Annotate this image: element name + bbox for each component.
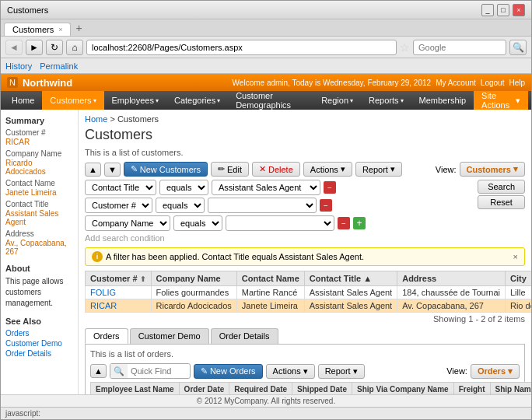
sidebar-link-order-details[interactable]: Order Details (5, 349, 73, 358)
filter-value-3[interactable] (226, 215, 334, 231)
logout-link[interactable]: Logout (481, 79, 505, 87)
filter-remove-3[interactable]: − (338, 217, 350, 229)
cell-address: Av. Copacabana, 267 (397, 299, 506, 313)
sidebar-about: About This page allows customers managem… (5, 264, 73, 309)
col-city[interactable]: City (505, 271, 531, 286)
minimize-button[interactable]: _ (481, 4, 494, 16)
sidebar-value-company[interactable]: Ricardo Adocicados (5, 159, 73, 176)
sidebar-value-title[interactable]: Assistant Sales Agent (5, 209, 73, 226)
nav-employees[interactable]: Employees ▾ (104, 91, 166, 110)
col-order-date[interactable]: Order Date (179, 383, 229, 395)
forward-button[interactable]: ► (26, 40, 43, 55)
sidebar-label-contact: Contact Name (5, 179, 73, 187)
permalink-link[interactable]: Permalink (40, 61, 78, 71)
reset-button[interactable]: Reset (478, 195, 525, 209)
orders-actions-button[interactable]: Actions ▾ (266, 364, 315, 379)
filter-operator-1[interactable]: equals (159, 180, 208, 195)
site-actions-button[interactable]: Site Actions ▾ (474, 91, 528, 110)
tab-close-icon[interactable]: × (58, 26, 62, 33)
col-freight[interactable]: Freight (453, 383, 490, 395)
add-condition-link[interactable]: Add search condition (85, 233, 474, 243)
nav-customers[interactable]: Customers ▾ (42, 91, 103, 110)
browser-search-input[interactable] (413, 40, 506, 55)
col-ship-name[interactable]: Ship Name (490, 383, 531, 395)
breadcrumb: Home > Customers (85, 114, 525, 124)
new-orders-button[interactable]: ✎ New Orders (194, 364, 263, 379)
filter-field-2[interactable]: Customer # (85, 198, 152, 213)
nav-categories[interactable]: Categories ▾ (166, 91, 228, 110)
col-ship-via[interactable]: Ship Via Company Name (352, 383, 454, 395)
customers-toolbar: ▲ ▼ ✎ New Customers ✏ Edit ✕ Delete (85, 162, 525, 177)
sort-down-button[interactable]: ▼ (104, 163, 121, 177)
nav-home[interactable]: Home (4, 91, 42, 110)
filter-value-1[interactable]: Assistant Sales Agent (212, 180, 320, 195)
col-customer-id[interactable]: Customer # ⬆ (86, 271, 152, 286)
tab-orders[interactable]: Orders (85, 328, 128, 344)
orders-report-label: Report (325, 366, 351, 376)
customer-id-link[interactable]: RICAR (90, 301, 117, 310)
filter-remove-2[interactable]: − (320, 199, 332, 212)
orders-sort-up[interactable]: ▲ (90, 364, 107, 378)
orders-report-button[interactable]: Report ▾ (318, 364, 365, 379)
edit-button[interactable]: ✏ Edit (211, 162, 249, 177)
active-tab[interactable]: Customers × (4, 23, 71, 36)
actions-button[interactable]: Actions ▾ (303, 162, 352, 177)
bookmark-icon[interactable]: ☆ (400, 41, 410, 54)
tab-order-details[interactable]: Order Details (211, 328, 278, 344)
col-company[interactable]: Company Name (151, 271, 236, 286)
new-customers-button[interactable]: ✎ New Customers (124, 162, 208, 177)
customer-id-link[interactable]: FOLIG (90, 288, 116, 297)
history-link[interactable]: History (5, 61, 32, 71)
col-contact[interactable]: Contact Name (236, 271, 304, 286)
col-shipped-date[interactable]: Shipped Date (292, 383, 352, 395)
filter-add-button[interactable]: + (353, 217, 366, 229)
help-link[interactable]: Help (509, 79, 525, 87)
col-title[interactable]: Contact Title ▲ (304, 271, 397, 286)
nav-reports[interactable]: Reports ▾ (361, 91, 411, 110)
sidebar-value-address[interactable]: Av., Copacabana, 267 (5, 239, 73, 256)
nav-customer-demographics[interactable]: Customer Demographics (228, 91, 313, 110)
nav-employees-label: Employees (112, 96, 154, 105)
filter-notice-message: A filter has been applied. Contact Title… (106, 252, 364, 261)
filter-field-1[interactable]: Contact Title (85, 180, 156, 195)
nav-region[interactable]: Region ▾ (313, 91, 361, 110)
col-required-date[interactable]: Required Date (229, 383, 292, 395)
quick-find-input[interactable] (128, 366, 190, 376)
back-button[interactable]: ◄ (5, 40, 23, 55)
sidebar-link-customer-demo[interactable]: Customer Demo (5, 339, 73, 348)
nav-membership[interactable]: Membership (411, 91, 474, 110)
home-button[interactable]: ⌂ (66, 40, 83, 55)
filter-operator-3[interactable]: equals (173, 215, 222, 231)
nav-reports-label: Reports (369, 96, 399, 105)
address-bar[interactable] (86, 40, 397, 55)
sidebar-value-contact[interactable]: Janete Limeira (5, 188, 73, 197)
about-text: This page allows customers management. (5, 276, 73, 309)
filter-operator-2[interactable]: equals (156, 198, 205, 213)
filter-notice-close[interactable]: × (513, 252, 518, 261)
tab-customer-demo[interactable]: Customer Demo (130, 328, 209, 344)
filter-notice: i A filter has been applied. Contact Tit… (85, 247, 525, 266)
search-button[interactable]: Search (478, 180, 525, 194)
reload-button[interactable]: ↻ (46, 40, 63, 55)
site-actions-label: Site Actions (481, 91, 513, 110)
orders-actions-label: Actions (273, 366, 301, 376)
delete-button[interactable]: ✕ Delete (252, 162, 300, 177)
filter-value-2[interactable] (208, 198, 317, 213)
close-button[interactable]: × (513, 4, 525, 16)
breadcrumb-home[interactable]: Home (85, 114, 107, 124)
new-tab-button[interactable]: + (71, 20, 86, 36)
my-account-link[interactable]: My Account (436, 79, 476, 87)
search-go-button[interactable]: 🔍 (509, 40, 527, 55)
filter-field-3[interactable]: Company Name (85, 215, 170, 231)
view-dropdown[interactable]: Customers ▾ (460, 162, 525, 177)
col-employee[interactable]: Employee Last Name (91, 383, 180, 395)
maximize-button[interactable]: □ (497, 4, 509, 16)
sort-up-button[interactable]: ▲ (85, 163, 101, 177)
col-address[interactable]: Address (397, 271, 506, 286)
filter-remove-1[interactable]: − (324, 181, 336, 194)
orders-view-dropdown[interactable]: Orders ▾ (471, 364, 520, 379)
nav-customers-arrow: ▾ (93, 97, 96, 104)
sidebar-link-orders[interactable]: Orders (5, 329, 73, 338)
report-button[interactable]: Report ▾ (355, 162, 402, 177)
sidebar-value-customer[interactable]: RICAR (5, 138, 73, 146)
